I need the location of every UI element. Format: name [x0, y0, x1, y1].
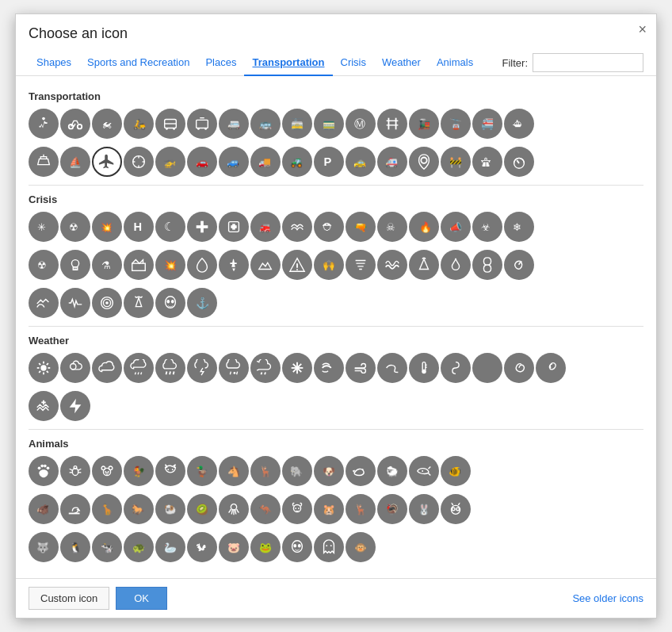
icon-dog[interactable]: 🐶 — [314, 456, 344, 486]
icon-car-crash[interactable]: 💥 — [92, 212, 122, 242]
icon-tractor[interactable]: 🚜 — [282, 147, 312, 177]
icon-octopus[interactable] — [219, 494, 249, 524]
icon-landslide[interactable] — [250, 250, 281, 280]
icon-hands-up[interactable]: 🙌 — [314, 250, 344, 280]
icon-hamster[interactable]: 🐹 — [314, 494, 344, 524]
icon-truck[interactable]: 🚚 — [250, 147, 281, 177]
icon-ferry[interactable]: ⛴ — [504, 109, 534, 139]
icon-deer[interactable]: 🦌 — [250, 456, 281, 486]
icon-trolleybus[interactable] — [187, 109, 217, 139]
icon-cloud[interactable] — [92, 353, 122, 383]
icon-taxi[interactable]: 🚕 — [346, 147, 376, 177]
icon-motorcycle2[interactable]: 🛵 — [124, 109, 154, 139]
icon-medical-cross[interactable] — [187, 212, 217, 242]
icon-fire[interactable]: 🔥 — [409, 212, 439, 242]
icon-ram[interactable]: 🐏 — [155, 494, 185, 524]
icon-first-aid2[interactable]: ⛑ — [314, 212, 344, 242]
icon-wolf[interactable]: 🐺 — [29, 532, 59, 562]
icon-fish[interactable] — [409, 456, 439, 486]
icon-frog[interactable]: 🐸 — [250, 532, 281, 562]
icon-rain[interactable] — [155, 353, 185, 383]
icon-spiral[interactable] — [504, 250, 534, 280]
icon-thunderstorm[interactable] — [187, 353, 217, 383]
icon-sleet[interactable] — [219, 353, 249, 383]
icon-alien[interactable] — [155, 288, 185, 318]
icon-rv[interactable]: 🚙 — [219, 147, 249, 177]
custom-icon-button[interactable]: Custom icon — [29, 587, 109, 610]
icon-biohazard[interactable]: ☣ — [472, 212, 502, 242]
icon-airplane[interactable] — [92, 147, 122, 177]
icon-skull[interactable]: ☠ — [377, 212, 407, 242]
icon-walking[interactable] — [29, 109, 59, 139]
icon-giraffe[interactable]: 🦒 — [92, 494, 122, 524]
icon-rain-light[interactable] — [124, 353, 154, 383]
icon-thermometer[interactable] — [409, 353, 439, 383]
icon-cyclone[interactable] — [504, 353, 534, 383]
icon-elephant[interactable]: 🐘 — [282, 456, 312, 486]
nav-weather[interactable]: Weather — [374, 50, 429, 76]
icon-anchor[interactable]: ⚓ — [187, 288, 217, 318]
icon-crescent[interactable]: ☾ — [155, 212, 185, 242]
icon-road[interactable]: 🛣 — [472, 147, 502, 177]
see-older-link[interactable]: See older icons — [572, 592, 643, 604]
icon-penguin[interactable]: 🐧 — [60, 532, 90, 562]
icon-location[interactable] — [409, 147, 439, 177]
icon-turtle[interactable]: 🐢 — [124, 532, 154, 562]
icon-compass[interactable] — [124, 147, 154, 177]
icon-hurricane[interactable] — [472, 250, 502, 280]
icon-owl[interactable] — [441, 494, 471, 524]
icon-helicopter[interactable]: 🚁 — [155, 147, 185, 177]
icon-boar[interactable]: 🐗 — [29, 494, 59, 524]
icon-lightning[interactable] — [60, 391, 90, 421]
icon-cow[interactable]: 🐄 — [92, 532, 122, 562]
icon-ghost[interactable] — [314, 532, 344, 562]
icon-monkey[interactable]: 🐵 — [346, 532, 376, 562]
icon-snow[interactable] — [282, 353, 312, 383]
icon-squirrel[interactable]: 🐿 — [187, 532, 217, 562]
icon-typhoon[interactable] — [536, 353, 566, 383]
icon-hospital-h[interactable]: H — [124, 212, 154, 242]
icon-moose[interactable]: 🦌 — [346, 494, 376, 524]
nav-animals[interactable]: Animals — [429, 50, 481, 76]
icon-cat[interactable] — [155, 456, 185, 486]
icon-partly-cloudy[interactable] — [60, 353, 90, 383]
nav-places[interactable]: Places — [197, 50, 244, 76]
nav-crisis[interactable]: Crisis — [333, 50, 375, 76]
icon-bear[interactable] — [92, 456, 122, 486]
icon-subway[interactable]: Ⓜ — [346, 109, 376, 139]
icon-horse[interactable]: 🐴 — [219, 456, 249, 486]
icon-tram[interactable]: 🚋 — [282, 109, 312, 139]
icon-wave[interactable] — [377, 250, 407, 280]
icon-turkey[interactable]: 🦃 — [377, 494, 407, 524]
icon-construction[interactable]: 🚧 — [441, 147, 471, 177]
filter-input[interactable] — [533, 53, 643, 72]
icon-speedometer[interactable] — [504, 147, 534, 177]
icon-wind[interactable] — [346, 353, 376, 383]
icon-minibus[interactable]: 🚐 — [219, 109, 249, 139]
icon-monorail[interactable]: 🚝 — [472, 109, 502, 139]
icon-rabbit[interactable]: 🐰 — [409, 494, 439, 524]
icon-locomotive[interactable]: 🚂 — [409, 109, 439, 139]
icon-bird[interactable] — [346, 456, 376, 486]
icon-pig[interactable]: 🐷 — [219, 532, 249, 562]
icon-gun[interactable]: 🔫 — [346, 212, 376, 242]
icon-kiwi[interactable]: 🥝 — [187, 494, 217, 524]
icon-pulse[interactable] — [60, 288, 90, 318]
icon-bug[interactable] — [60, 456, 90, 486]
icon-snowflake[interactable]: ❄ — [504, 212, 534, 242]
icon-sheep[interactable]: 🐑 — [377, 456, 407, 486]
close-button[interactable]: × — [638, 22, 647, 36]
icon-wind-lines[interactable] — [314, 353, 344, 383]
icon-flood2[interactable] — [29, 288, 59, 318]
icon-star-of-life[interactable]: ✳ — [29, 212, 59, 242]
icon-tornado[interactable] — [346, 250, 376, 280]
icon-bus2[interactable]: 🚌 — [250, 109, 281, 139]
icon-bird-wind[interactable] — [377, 353, 407, 383]
icon-flood3[interactable] — [29, 391, 59, 421]
icon-warning[interactable] — [282, 250, 312, 280]
icon-target[interactable] — [92, 288, 122, 318]
icon-eruption[interactable] — [124, 288, 154, 318]
icon-train[interactable]: 🚃 — [314, 109, 344, 139]
icon-sailboat[interactable]: ⛵ — [60, 147, 90, 177]
icon-rails[interactable] — [377, 109, 407, 139]
